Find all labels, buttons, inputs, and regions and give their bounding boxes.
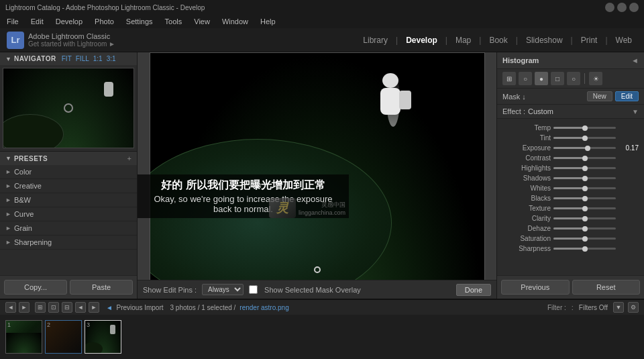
slider-thumb-sharpness[interactable]: [582, 246, 588, 252]
filmstrip-nav-left[interactable]: ◄: [75, 302, 86, 313]
filmstrip-before-after-btn[interactable]: ⊟: [62, 302, 72, 313]
done-button[interactable]: Done: [456, 284, 491, 296]
filmstrip-filter-dropdown[interactable]: ▼: [613, 302, 624, 313]
menu-settings[interactable]: Settings: [123, 17, 156, 25]
module-map[interactable]: Map: [450, 34, 476, 46]
mask-overlay-checkbox[interactable]: [249, 285, 258, 294]
reset-button[interactable]: Reset: [572, 280, 641, 295]
slider-track-whites[interactable]: [553, 187, 616, 189]
previous-button[interactable]: Previous: [501, 280, 570, 295]
navigator-header[interactable]: ▼ Navigator FIT FILL 1:1 3:1: [0, 52, 137, 65]
fs-filter-sep: :: [572, 303, 574, 311]
tool-graduated[interactable]: □: [551, 72, 564, 85]
film-num-2: 2: [47, 321, 50, 328]
slider-thumb-highlights[interactable]: [582, 166, 588, 171]
module-develop[interactable]: Develop: [400, 34, 443, 46]
menu-tools[interactable]: Tools: [162, 17, 185, 25]
slider-track-clarity[interactable]: [553, 217, 616, 219]
close-button[interactable]: ✕: [629, 3, 639, 12]
slider-track-blacks[interactable]: [553, 197, 616, 199]
slider-fill-temp: [553, 127, 585, 129]
slider-thumb-blacks[interactable]: [582, 196, 588, 201]
module-library[interactable]: Library: [358, 34, 393, 46]
preset-group-grain-header[interactable]: ► Grain: [0, 221, 137, 235]
slider-track-exposure[interactable]: [553, 147, 616, 149]
slider-thumb-clarity[interactable]: [582, 216, 588, 221]
filmstrip-nav-right[interactable]: ►: [89, 302, 99, 313]
effect-dropdown[interactable]: ▼: [632, 108, 639, 115]
preset-group-curve-header[interactable]: ► Curve: [0, 207, 137, 221]
filmstrip-loupe-btn[interactable]: ⊡: [48, 302, 59, 313]
slider-track-sharpness[interactable]: [553, 248, 616, 250]
slider-thumb-dehaze[interactable]: [582, 226, 588, 232]
module-book[interactable]: Book: [484, 34, 513, 46]
nav-thumb-circle: [64, 103, 73, 113]
filmstrip-grid-btn[interactable]: ⊞: [35, 302, 46, 313]
menu-develop[interactable]: Develop: [53, 17, 85, 25]
slider-track-temp[interactable]: [553, 127, 616, 129]
nav-size-1[interactable]: 1:1: [93, 55, 103, 62]
module-slideshow[interactable]: Slideshow: [521, 34, 568, 46]
tool-radial[interactable]: ○: [567, 72, 580, 85]
tool-redeye[interactable]: ●: [535, 72, 548, 85]
nav-size-fit[interactable]: FIT: [62, 55, 72, 62]
slider-thumb-tint[interactable]: [582, 136, 588, 141]
mask-edit-button[interactable]: Edit: [615, 91, 639, 101]
menu-window[interactable]: Window: [219, 17, 251, 25]
mask-overlay-label: Show Selected Mask Overlay: [264, 286, 361, 294]
mask-new-button[interactable]: New: [587, 91, 612, 101]
window-controls[interactable]: ─ □ ✕: [605, 3, 639, 12]
slider-thumb-shadows[interactable]: [582, 176, 588, 181]
nav-size-fill[interactable]: FILL: [76, 55, 89, 62]
maximize-button[interactable]: □: [617, 3, 627, 12]
filmstrip-thumb-1[interactable]: 1: [5, 320, 42, 354]
nav-size-3[interactable]: 3:1: [107, 55, 116, 62]
histogram-title: Histogram: [502, 56, 539, 64]
filmstrip-thumb-3[interactable]: 3: [85, 320, 121, 354]
watermark-logo: 灵: [269, 198, 296, 218]
tool-crop[interactable]: ⊞: [502, 72, 516, 85]
menu-edit[interactable]: Edit: [28, 17, 46, 25]
slider-track-highlights[interactable]: [553, 167, 616, 169]
preset-group-color-header[interactable]: ► Color: [0, 165, 137, 178]
filmstrip-thumb-2[interactable]: 2: [45, 320, 82, 354]
slider-thumb-texture[interactable]: [582, 206, 588, 211]
slider-thumb-exposure[interactable]: [585, 146, 590, 151]
tool-brush[interactable]: ☀: [589, 72, 602, 85]
nav-thumb-inner: [3, 68, 133, 148]
presets-header[interactable]: ▼ Presets +: [0, 152, 137, 165]
preset-group-creative-header[interactable]: ► Creative: [0, 179, 137, 193]
preset-group-sharpening-header[interactable]: ► Sharpening: [0, 236, 137, 249]
slider-thumb-contrast[interactable]: [582, 156, 588, 161]
preset-group-bw-header[interactable]: ► B&W: [0, 193, 137, 207]
minimize-button[interactable]: ─: [605, 3, 614, 12]
slider-thumb-whites[interactable]: [582, 186, 588, 191]
filmstrip-prev-btn[interactable]: ◄: [5, 302, 16, 313]
filmstrip-next-btn[interactable]: ►: [19, 302, 30, 313]
module-print[interactable]: Print: [576, 34, 603, 46]
tool-spot[interactable]: ○: [519, 72, 532, 85]
slider-track-shadows[interactable]: [553, 177, 616, 179]
slider-track-texture[interactable]: [553, 207, 616, 209]
filmstrip-filter-label: Filter :: [547, 304, 566, 311]
slider-track-contrast[interactable]: [553, 157, 616, 159]
filmstrip-settings-btn[interactable]: ⚙: [628, 302, 639, 313]
slider-track-saturation[interactable]: [553, 238, 616, 240]
paste-button[interactable]: Paste: [70, 280, 133, 295]
slider-thumb-saturation[interactable]: [582, 236, 588, 242]
slider-fill-clarity: [553, 217, 585, 219]
copy-button[interactable]: Copy...: [4, 280, 67, 295]
menu-photo[interactable]: Photo: [92, 17, 117, 25]
film-inner-2: [46, 321, 81, 353]
slider-track-dehaze[interactable]: [553, 227, 616, 229]
presets-triangle: ▼: [5, 155, 11, 162]
menu-view[interactable]: View: [191, 17, 213, 25]
histogram-collapse[interactable]: ◄: [631, 56, 639, 64]
menu-file[interactable]: File: [4, 17, 21, 25]
preset-add-btn[interactable]: +: [127, 154, 131, 162]
menu-help[interactable]: Help: [258, 17, 278, 25]
slider-thumb-temp[interactable]: [582, 125, 588, 131]
slider-track-tint[interactable]: [553, 137, 616, 139]
module-web[interactable]: Web: [610, 34, 637, 46]
pins-select[interactable]: Always Auto Never: [202, 284, 244, 295]
